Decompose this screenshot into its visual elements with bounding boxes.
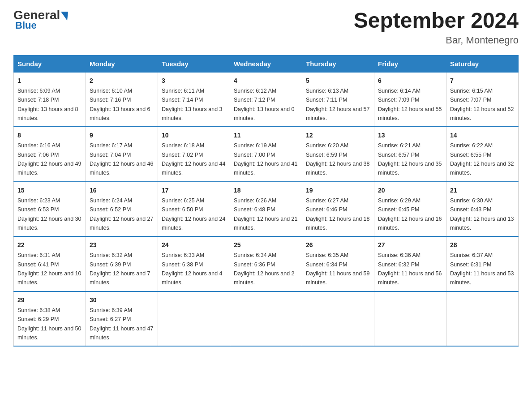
day-number: 9: [90, 131, 154, 140]
day-number: 21: [450, 186, 515, 195]
col-saturday: Saturday: [446, 55, 519, 72]
calendar-cell: 26 Sunrise: 6:35 AMSunset: 6:34 PMDaylig…: [302, 236, 374, 291]
day-number: 5: [306, 76, 370, 86]
col-friday: Friday: [374, 55, 446, 72]
day-number: 15: [17, 186, 82, 195]
day-info: Sunrise: 6:31 AMSunset: 6:41 PMDaylight:…: [17, 252, 81, 286]
calendar-cell: 25 Sunrise: 6:34 AMSunset: 6:36 PMDaylig…: [230, 236, 302, 291]
calendar-cell: 28 Sunrise: 6:37 AMSunset: 6:31 PMDaylig…: [446, 236, 519, 291]
calendar-cell: 17 Sunrise: 6:25 AMSunset: 6:50 PMDaylig…: [158, 182, 230, 237]
day-number: 13: [378, 131, 442, 140]
day-info: Sunrise: 6:34 AMSunset: 6:36 PMDaylight:…: [234, 252, 295, 286]
calendar-cell: 1 Sunrise: 6:09 AMSunset: 7:18 PMDayligh…: [14, 72, 86, 127]
day-info: Sunrise: 6:29 AMSunset: 6:45 PMDaylight:…: [378, 197, 442, 231]
day-info: Sunrise: 6:24 AMSunset: 6:52 PMDaylight:…: [90, 197, 153, 231]
day-number: 8: [17, 131, 82, 140]
day-number: 27: [378, 240, 442, 250]
calendar-cell: [230, 291, 302, 347]
day-number: 26: [306, 240, 370, 250]
day-number: 17: [162, 186, 226, 195]
calendar-cell: 29 Sunrise: 6:38 AMSunset: 6:29 PMDaylig…: [14, 291, 86, 347]
calendar-cell: 14 Sunrise: 6:22 AMSunset: 6:55 PMDaylig…: [446, 127, 519, 182]
day-info: Sunrise: 6:11 AMSunset: 7:14 PMDaylight:…: [162, 88, 223, 121]
day-number: 23: [90, 240, 154, 250]
calendar-cell: 30 Sunrise: 6:39 AMSunset: 6:27 PMDaylig…: [86, 291, 158, 347]
day-info: Sunrise: 6:32 AMSunset: 6:39 PMDaylight:…: [90, 252, 150, 286]
day-number: 19: [306, 186, 370, 195]
day-info: Sunrise: 6:36 AMSunset: 6:32 PMDaylight:…: [378, 252, 442, 286]
calendar-header-row: Sunday Monday Tuesday Wednesday Thursday…: [14, 55, 519, 72]
calendar-cell: 19 Sunrise: 6:27 AMSunset: 6:46 PMDaylig…: [302, 182, 374, 237]
day-number: 7: [450, 76, 515, 86]
calendar-cell: 16 Sunrise: 6:24 AMSunset: 6:52 PMDaylig…: [86, 182, 158, 237]
day-info: Sunrise: 6:23 AMSunset: 6:53 PMDaylight:…: [17, 197, 81, 231]
day-info: Sunrise: 6:09 AMSunset: 7:18 PMDaylight:…: [17, 88, 78, 121]
page-header: General Blue September 2024 Bar, Montene…: [13, 9, 519, 46]
day-number: 22: [17, 240, 82, 250]
calendar-cell: 4 Sunrise: 6:12 AMSunset: 7:12 PMDayligh…: [230, 72, 302, 127]
day-info: Sunrise: 6:35 AMSunset: 6:34 PMDaylight:…: [306, 252, 369, 286]
calendar-cell: 5 Sunrise: 6:13 AMSunset: 7:11 PMDayligh…: [302, 72, 374, 127]
day-info: Sunrise: 6:39 AMSunset: 6:27 PMDaylight:…: [90, 307, 153, 341]
calendar-cell: 9 Sunrise: 6:17 AMSunset: 7:04 PMDayligh…: [86, 127, 158, 182]
calendar-cell: 27 Sunrise: 6:36 AMSunset: 6:32 PMDaylig…: [374, 236, 446, 291]
day-info: Sunrise: 6:12 AMSunset: 7:12 PMDaylight:…: [234, 88, 295, 121]
logo-text-blue: Blue: [15, 20, 37, 31]
calendar-cell: 3 Sunrise: 6:11 AMSunset: 7:14 PMDayligh…: [158, 72, 230, 127]
calendar-cell: 10 Sunrise: 6:18 AMSunset: 7:02 PMDaylig…: [158, 127, 230, 182]
calendar-cell: [446, 291, 519, 347]
calendar-cell: 23 Sunrise: 6:32 AMSunset: 6:39 PMDaylig…: [86, 236, 158, 291]
day-number: 11: [234, 131, 298, 140]
day-info: Sunrise: 6:15 AMSunset: 7:07 PMDaylight:…: [450, 88, 514, 121]
day-info: Sunrise: 6:26 AMSunset: 6:48 PMDaylight:…: [234, 197, 297, 231]
col-wednesday: Wednesday: [230, 55, 302, 72]
calendar-cell: 8 Sunrise: 6:16 AMSunset: 7:06 PMDayligh…: [14, 127, 86, 182]
title-section: September 2024 Bar, Montenegro: [354, 9, 519, 46]
calendar-cell: 22 Sunrise: 6:31 AMSunset: 6:41 PMDaylig…: [14, 236, 86, 291]
day-number: 6: [378, 76, 442, 86]
day-number: 10: [162, 131, 226, 140]
calendar-cell: [302, 291, 374, 347]
calendar-cell: 2 Sunrise: 6:10 AMSunset: 7:16 PMDayligh…: [86, 72, 158, 127]
calendar-cell: 12 Sunrise: 6:20 AMSunset: 6:59 PMDaylig…: [302, 127, 374, 182]
calendar-week-row: 8 Sunrise: 6:16 AMSunset: 7:06 PMDayligh…: [14, 127, 519, 182]
day-number: 29: [17, 295, 82, 305]
day-info: Sunrise: 6:18 AMSunset: 7:02 PMDaylight:…: [162, 142, 225, 176]
day-info: Sunrise: 6:19 AMSunset: 7:00 PMDaylight:…: [234, 142, 297, 176]
day-info: Sunrise: 6:27 AMSunset: 6:46 PMDaylight:…: [306, 197, 369, 231]
day-info: Sunrise: 6:14 AMSunset: 7:09 PMDaylight:…: [378, 88, 442, 121]
day-info: Sunrise: 6:30 AMSunset: 6:43 PMDaylight:…: [450, 197, 514, 231]
calendar-table: Sunday Monday Tuesday Wednesday Thursday…: [13, 55, 519, 347]
calendar-cell: 13 Sunrise: 6:21 AMSunset: 6:57 PMDaylig…: [374, 127, 446, 182]
day-number: 28: [450, 240, 515, 250]
calendar-cell: [158, 291, 230, 347]
day-number: 4: [234, 76, 298, 86]
day-number: 16: [90, 186, 154, 195]
day-number: 20: [378, 186, 442, 195]
day-number: 24: [162, 240, 226, 250]
day-info: Sunrise: 6:25 AMSunset: 6:50 PMDaylight:…: [162, 197, 225, 231]
day-number: 25: [234, 240, 298, 250]
day-number: 14: [450, 131, 515, 140]
day-info: Sunrise: 6:16 AMSunset: 7:06 PMDaylight:…: [17, 142, 81, 176]
calendar-cell: 7 Sunrise: 6:15 AMSunset: 7:07 PMDayligh…: [446, 72, 519, 127]
calendar-cell: 20 Sunrise: 6:29 AMSunset: 6:45 PMDaylig…: [374, 182, 446, 237]
calendar-cell: 18 Sunrise: 6:26 AMSunset: 6:48 PMDaylig…: [230, 182, 302, 237]
day-info: Sunrise: 6:22 AMSunset: 6:55 PMDaylight:…: [450, 142, 514, 176]
calendar-cell: 15 Sunrise: 6:23 AMSunset: 6:53 PMDaylig…: [14, 182, 86, 237]
day-number: 12: [306, 131, 370, 140]
day-number: 3: [162, 76, 226, 86]
day-info: Sunrise: 6:33 AMSunset: 6:38 PMDaylight:…: [162, 252, 223, 286]
day-number: 18: [234, 186, 298, 195]
day-info: Sunrise: 6:17 AMSunset: 7:04 PMDaylight:…: [90, 142, 153, 176]
calendar-cell: 24 Sunrise: 6:33 AMSunset: 6:38 PMDaylig…: [158, 236, 230, 291]
day-number: 2: [90, 76, 154, 86]
col-tuesday: Tuesday: [158, 55, 230, 72]
calendar-week-row: 22 Sunrise: 6:31 AMSunset: 6:41 PMDaylig…: [14, 236, 519, 291]
logo: General Blue: [13, 9, 68, 31]
day-info: Sunrise: 6:20 AMSunset: 6:59 PMDaylight:…: [306, 142, 369, 176]
day-info: Sunrise: 6:21 AMSunset: 6:57 PMDaylight:…: [378, 142, 442, 176]
calendar-cell: 21 Sunrise: 6:30 AMSunset: 6:43 PMDaylig…: [446, 182, 519, 237]
day-number: 1: [17, 76, 82, 86]
col-thursday: Thursday: [302, 55, 374, 72]
